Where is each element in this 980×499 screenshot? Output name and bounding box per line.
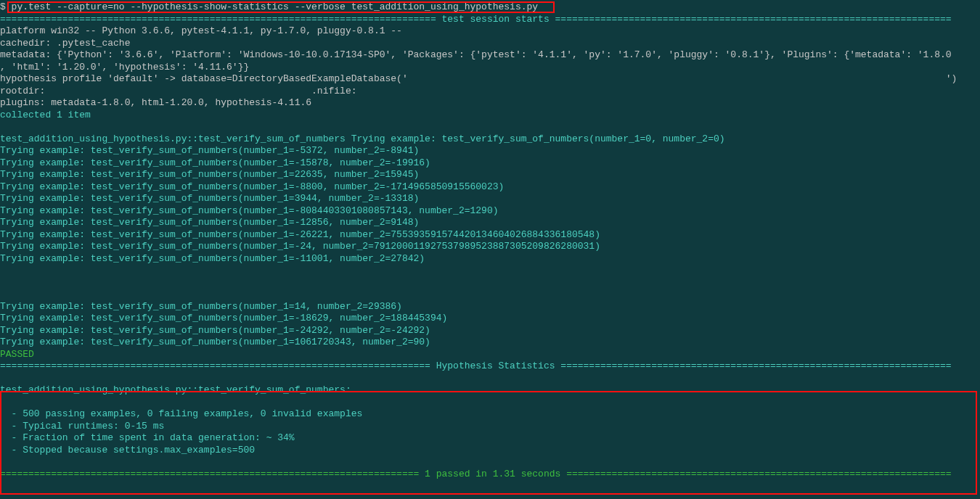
blank-line	[0, 373, 980, 385]
metadata-line-2: , 'html': '1.20.0', 'hypothesis': '4.11.…	[0, 62, 980, 74]
example-line: Trying example: test_verify_sum_of_numbe…	[0, 157, 980, 170]
platform-line: platform win32 -- Python 3.6.6, pytest-4…	[0, 25, 980, 38]
example-line: Trying example: test_verify_sum_of_numbe…	[0, 145, 980, 157]
hypothesis-stats-header: ========================================…	[0, 360, 980, 373]
example-line: Trying example: test_verify_sum_of_numbe…	[0, 229, 980, 242]
highlight-stats-box	[0, 391, 977, 495]
highlight-command-box	[7, 1, 555, 13]
hypothesis-profile-line: hypothesis profile 'default' -> database…	[0, 73, 980, 86]
example-line: Trying example: test_verify_sum_of_numbe…	[0, 181, 980, 194]
example-line: Trying example: test_verify_sum_of_numbe…	[0, 337, 980, 349]
cachedir-line: cachedir: .pytest_cache	[0, 38, 980, 50]
blank-line	[0, 277, 980, 289]
example-line: Trying example: test_verify_sum_of_numbe…	[0, 241, 980, 253]
test-first-line: test_addition_using_hypothesis.py::test_…	[0, 133, 980, 146]
metadata-line-1: metadata: {'Python': '3.6.6', 'Platform'…	[0, 49, 980, 62]
example-line: Trying example: test_verify_sum_of_numbe…	[0, 217, 980, 229]
example-line: Trying example: test_verify_sum_of_numbe…	[0, 313, 980, 325]
example-line: Trying example: test_verify_sum_of_numbe…	[0, 325, 980, 337]
example-line: Trying example: test_verify_sum_of_numbe…	[0, 301, 980, 313]
blank-line	[0, 289, 980, 301]
terminal-window[interactable]: $ py.test --capture=no --hypothesis-show…	[0, 1, 980, 499]
blank-line	[0, 265, 980, 277]
passed-line: PASSED	[0, 349, 980, 361]
example-line: Trying example: test_verify_sum_of_numbe…	[0, 205, 980, 218]
plugins-line: plugins: metadata-1.8.0, html-1.20.0, hy…	[0, 97, 980, 110]
collected-line: collected 1 item	[0, 110, 980, 122]
session-header: ========================================…	[0, 14, 980, 26]
example-line: Trying example: test_verify_sum_of_numbe…	[0, 169, 980, 181]
example-line: Trying example: test_verify_sum_of_numbe…	[0, 253, 980, 265]
example-line: Trying example: test_verify_sum_of_numbe…	[0, 193, 980, 205]
rootdir-line: rootdir: .nifile:	[0, 86, 980, 98]
blank-line	[0, 121, 980, 133]
